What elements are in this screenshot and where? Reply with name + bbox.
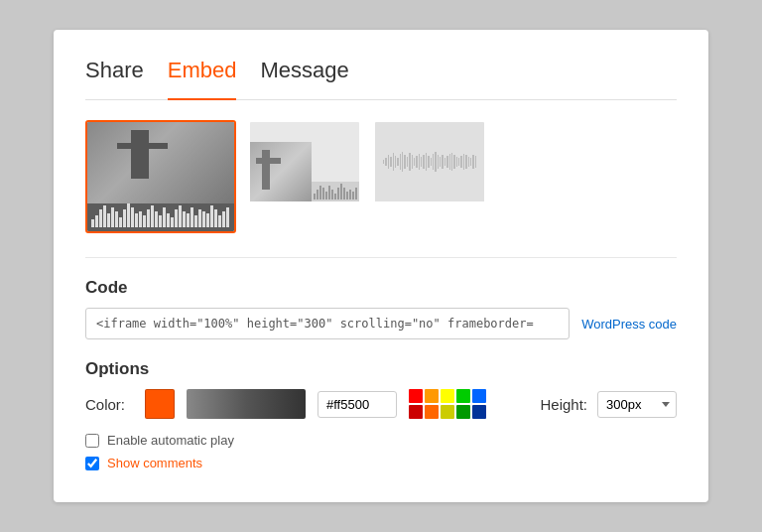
color-hex-input[interactable] — [318, 391, 397, 418]
wordpress-code-link[interactable]: WordPress code — [581, 317, 677, 332]
tabs-row: Share Embed Message — [85, 58, 677, 100]
section-divider — [85, 257, 677, 258]
color-swatch-orange[interactable] — [145, 389, 175, 419]
options-row: Color: Height: 300px400px500px600px — [85, 389, 677, 419]
waveform-large — [87, 203, 234, 231]
embed-code-input[interactable] — [85, 308, 570, 339]
color-grid-cell[interactable] — [472, 405, 486, 419]
tab-embed[interactable]: Embed — [168, 58, 237, 89]
waveform-medium — [312, 182, 359, 201]
color-gradient-picker[interactable] — [187, 389, 306, 419]
waveform-only — [383, 152, 476, 172]
autoplay-label: Enable automatic play — [107, 433, 234, 448]
tab-message[interactable]: Message — [260, 58, 348, 89]
color-label: Color: — [85, 396, 133, 413]
code-section-label: Code — [85, 278, 677, 298]
color-grid-cell[interactable] — [472, 389, 486, 403]
color-grid-cell[interactable] — [425, 405, 439, 419]
color-grid-picker[interactable] — [409, 389, 486, 419]
color-grid-cell[interactable] — [456, 405, 470, 419]
color-grid-cell[interactable] — [409, 389, 423, 403]
color-grid-cell[interactable] — [425, 389, 439, 403]
preview-waveonly[interactable] — [373, 120, 486, 233]
preview-wave-display — [375, 122, 484, 201]
height-label: Height: — [540, 396, 587, 413]
embed-panel: Share Embed Message — [54, 30, 708, 502]
autoplay-row: Enable automatic play — [85, 433, 677, 448]
preview-medium[interactable] — [248, 120, 361, 233]
preview-large[interactable] — [85, 120, 236, 233]
preview-options — [85, 120, 677, 233]
color-grid-cell[interactable] — [456, 389, 470, 403]
color-grid-cell[interactable] — [441, 389, 454, 403]
code-row: WordPress code — [85, 308, 677, 339]
color-grid-cell[interactable] — [441, 405, 454, 419]
preview-large-image — [87, 122, 234, 203]
color-grid-cell[interactable] — [409, 405, 423, 419]
height-select[interactable]: 300px400px500px600px — [597, 391, 677, 418]
options-section-label: Options — [85, 359, 677, 379]
height-row: Height: 300px400px500px600px — [540, 391, 677, 418]
tab-share[interactable]: Share — [85, 58, 144, 89]
preview-medium-image — [250, 142, 312, 201]
comments-label: Show comments — [107, 456, 202, 470]
comments-checkbox[interactable] — [85, 457, 99, 470]
autoplay-checkbox[interactable] — [85, 434, 99, 448]
comments-row: Show comments — [85, 456, 677, 470]
